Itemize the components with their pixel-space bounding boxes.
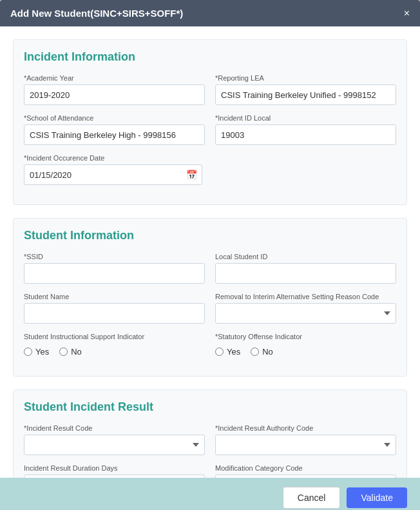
- row-ssid-localid: *SSID Local Student ID: [24, 253, 396, 284]
- date-input-wrapper: 📅: [24, 164, 202, 185]
- local-student-id-input[interactable]: [215, 263, 396, 284]
- removal-reason-select[interactable]: [215, 303, 396, 324]
- school-attendance-input[interactable]: [24, 124, 205, 145]
- reporting-lea-input[interactable]: [215, 84, 396, 105]
- validate-button[interactable]: Validate: [347, 487, 407, 508]
- incident-duration-group: Incident Result Duration Days: [24, 464, 205, 478]
- student-name-label: Student Name: [24, 293, 205, 300]
- incident-result-authority-label: *Incident Result Authority Code: [215, 424, 396, 432]
- removal-reason-label: Removal to Interim Alternative Setting R…: [215, 293, 396, 300]
- student-incident-result-section: Student Incident Result *Incident Result…: [13, 389, 407, 478]
- instructional-support-group: Student Instructional Support Indicator …: [24, 333, 205, 357]
- row-indicators: Student Instructional Support Indicator …: [24, 333, 396, 357]
- student-name-group: Student Name: [24, 293, 205, 324]
- incident-duration-input[interactable]: [24, 475, 205, 478]
- row-duration-modification: Incident Result Duration Days Modificati…: [24, 464, 396, 478]
- modal-footer: Cancel Validate: [0, 478, 420, 510]
- academic-year-label: *Academic Year: [24, 74, 205, 82]
- statutory-offense-group: *Statutory Offense Indicator Yes No: [215, 333, 396, 357]
- modal-header: Add New Student(SINC+SIRS+SOFF*) ×: [0, 0, 420, 26]
- incident-id-local-label: *Incident ID Local: [215, 114, 396, 122]
- modification-category-group: Modification Category Code: [215, 464, 396, 478]
- instructional-support-no-radio[interactable]: [59, 348, 68, 356]
- local-student-id-group: Local Student ID: [215, 253, 396, 284]
- incident-duration-label: Incident Result Duration Days: [24, 464, 205, 472]
- incident-result-code-label: *Incident Result Code: [24, 424, 205, 432]
- modification-category-label: Modification Category Code: [215, 464, 396, 472]
- school-attendance-group: *School of Attendance: [24, 114, 205, 145]
- incident-info-section: Incident Information *Academic Year *Rep…: [13, 39, 407, 205]
- incident-id-local-input[interactable]: [215, 124, 396, 145]
- student-info-section: Student Information *SSID Local Student …: [13, 218, 407, 377]
- ssid-label: *SSID: [24, 253, 205, 260]
- close-button[interactable]: ×: [404, 8, 410, 19]
- incident-info-title: Incident Information: [24, 50, 396, 64]
- statutory-offense-yes-radio[interactable]: [215, 348, 224, 356]
- row-result-codes: *Incident Result Code *Incident Result A…: [24, 424, 396, 455]
- modal-title: Add New Student(SINC+SIRS+SOFF*): [10, 8, 183, 19]
- academic-year-group: *Academic Year: [24, 74, 205, 105]
- student-incident-result-title: Student Incident Result: [24, 400, 396, 414]
- modal-body: Incident Information *Academic Year *Rep…: [0, 26, 420, 478]
- statutory-offense-label: *Statutory Offense Indicator: [215, 333, 396, 340]
- statutory-offense-radio-group: Yes No: [215, 347, 396, 357]
- incident-result-authority-select[interactable]: [215, 435, 396, 455]
- instructional-support-radio-group: Yes No: [24, 347, 205, 357]
- academic-year-input[interactable]: [24, 84, 205, 105]
- instructional-support-label: Student Instructional Support Indicator: [24, 333, 205, 340]
- ssid-input[interactable]: [24, 263, 205, 284]
- ssid-group: *SSID: [24, 253, 205, 284]
- removal-reason-group: Removal to Interim Alternative Setting R…: [215, 293, 396, 324]
- cancel-button[interactable]: Cancel: [283, 487, 341, 509]
- local-student-id-label: Local Student ID: [215, 253, 396, 260]
- statutory-offense-no-radio[interactable]: [251, 348, 259, 356]
- statutory-offense-yes-label[interactable]: Yes: [215, 347, 240, 357]
- instructional-support-yes-radio[interactable]: [24, 348, 32, 356]
- row-occurrence-date: *Incident Occurence Date 📅: [24, 154, 396, 185]
- statutory-offense-no-label[interactable]: No: [251, 347, 273, 357]
- school-attendance-label: *School of Attendance: [24, 114, 205, 122]
- incident-result-code-select[interactable]: [24, 435, 205, 455]
- student-name-input[interactable]: [24, 303, 205, 324]
- row-academic-reporting: *Academic Year *Reporting LEA: [24, 74, 396, 105]
- incident-result-authority-group: *Incident Result Authority Code: [215, 424, 396, 455]
- reporting-lea-label: *Reporting LEA: [215, 74, 396, 82]
- instructional-support-no-label[interactable]: No: [59, 347, 82, 357]
- occurrence-date-input[interactable]: [24, 164, 202, 185]
- reporting-lea-group: *Reporting LEA: [215, 74, 396, 105]
- row-name-removal: Student Name Removal to Interim Alternat…: [24, 293, 396, 324]
- student-info-title: Student Information: [24, 229, 396, 242]
- occurrence-date-label: *Incident Occurence Date: [24, 154, 202, 162]
- add-student-modal: Add New Student(SINC+SIRS+SOFF*) × Incid…: [0, 0, 420, 510]
- incident-id-local-group: *Incident ID Local: [215, 114, 396, 145]
- incident-result-code-group: *Incident Result Code: [24, 424, 205, 455]
- instructional-support-yes-label[interactable]: Yes: [24, 347, 49, 357]
- occurrence-date-group: *Incident Occurence Date 📅: [24, 154, 202, 185]
- row-school-incident-id: *School of Attendance *Incident ID Local: [24, 114, 396, 145]
- modification-category-select[interactable]: [215, 475, 396, 478]
